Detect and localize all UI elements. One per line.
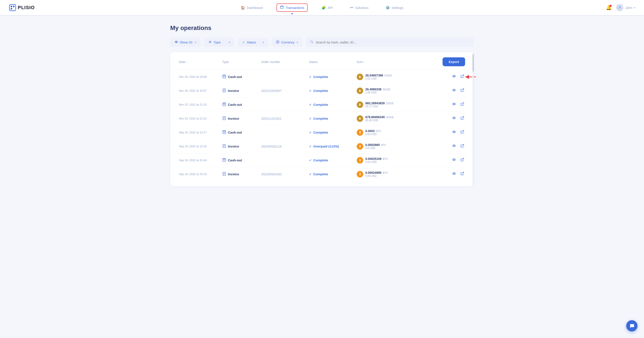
svg-point-5 <box>281 6 282 7</box>
table-row: Dec 26, 2022 at 18:58 Cash-out ✓ Complet… <box>176 70 468 84</box>
cell-type: Cash-out <box>222 75 261 79</box>
user-menu-button[interactable]: John ▾ <box>616 4 635 11</box>
bitcoin-icon: ₿ <box>276 40 280 44</box>
list-icon <box>208 40 212 44</box>
col-actions: Export <box>430 57 465 66</box>
cell-status: ✓ Complete <box>309 89 357 93</box>
cell-actions <box>430 101 465 108</box>
view-button[interactable] <box>451 143 457 150</box>
svg-point-18 <box>452 75 456 77</box>
svg-text:₿: ₿ <box>277 41 278 43</box>
sum-sort-icon[interactable]: ↕ <box>364 61 365 63</box>
header: PLISIO 🏠 Dashboard Transactions 🧩 API ••… <box>0 0 644 15</box>
cell-date: Sep 18, 2022 at 15:43 <box>179 173 222 176</box>
cell-date: Dec 26, 2022 at 18:58 <box>179 75 222 78</box>
svg-line-27 <box>462 89 464 90</box>
svg-point-41 <box>454 131 455 132</box>
svg-line-53 <box>462 158 464 160</box>
svg-rect-0 <box>10 5 16 11</box>
chat-button[interactable] <box>626 320 638 331</box>
cell-type: Cash-out <box>222 130 261 135</box>
open-button[interactable] <box>460 87 465 94</box>
view-button[interactable] <box>451 73 457 80</box>
logo[interactable]: PLISIO <box>9 4 35 12</box>
notifications-button[interactable]: 🔔 <box>606 5 612 11</box>
cell-actions <box>430 87 465 94</box>
view-button[interactable] <box>451 115 457 122</box>
scrollbar-thumb[interactable] <box>472 54 474 72</box>
view-button[interactable] <box>451 101 457 108</box>
col-order: Order number <box>261 60 309 64</box>
cell-sum: Ð 26.54007396 DOGE 2.01 USD <box>357 74 430 80</box>
svg-rect-2 <box>10 8 12 10</box>
cell-actions <box>430 73 465 80</box>
nav-settings[interactable]: ⚙️ Settings <box>382 4 406 11</box>
cell-status: ✓ Complete <box>309 158 357 162</box>
cell-sum: Ð 26.4080338 DOGE 2.00 USD <box>357 88 430 94</box>
scrollbar-track <box>472 52 474 186</box>
view-button[interactable] <box>451 129 457 136</box>
cell-type: Invoice <box>222 116 261 121</box>
nav-api[interactable]: 🧩 API <box>318 4 336 11</box>
solutions-icon: ••• <box>350 6 354 10</box>
open-button[interactable] <box>460 101 465 108</box>
open-button[interactable] <box>460 171 465 178</box>
export-button[interactable]: Export <box>442 57 465 66</box>
cell-sum: ₿ 0.00024985 BTC 5.00 USD <box>357 171 430 178</box>
cell-status: ✓ Complete <box>309 103 357 106</box>
cell-type: Invoice <box>222 144 261 149</box>
cell-order: 202209181343 <box>261 173 309 176</box>
svg-point-59 <box>454 173 455 174</box>
open-button[interactable] <box>460 129 465 136</box>
chevron-down-icon: ▾ <box>297 41 298 44</box>
view-button[interactable] <box>451 87 457 94</box>
table-row: Sep 19, 2022 at 13:17 Cash-out ✓ Complet… <box>176 125 468 139</box>
nav-solutions[interactable]: ••• Solutions <box>347 4 372 11</box>
svg-line-31 <box>462 103 464 104</box>
open-button[interactable] <box>460 157 465 163</box>
check-icon: ✓ <box>309 173 312 176</box>
currency-filter-button[interactable]: ₿ Currency ▾ <box>272 38 302 47</box>
svg-line-60 <box>462 172 464 174</box>
avatar <box>616 4 624 11</box>
show-filter-button[interactable]: Show 20 ▾ <box>170 38 200 47</box>
table-body: Dec 26, 2022 at 18:58 Cash-out ✓ Complet… <box>176 70 468 181</box>
chevron-down-icon: ▾ <box>634 6 635 9</box>
check-icon: ✓ <box>242 40 245 44</box>
search-filter[interactable] <box>306 38 474 47</box>
main-content: My operations Show 20 ▾ <box>159 16 485 195</box>
svg-point-48 <box>454 145 455 146</box>
nav-dashboard[interactable]: 🏠 Dashboard <box>238 4 266 11</box>
cell-actions <box>430 171 465 178</box>
svg-point-40 <box>452 131 456 133</box>
col-date: Date ↕ <box>179 60 222 64</box>
open-button[interactable] <box>460 143 465 150</box>
view-button[interactable] <box>451 171 457 178</box>
transactions-table: Date ↕ Type Order number Status Sum ↕ Ex… <box>170 52 474 186</box>
home-icon: 🏠 <box>241 6 245 10</box>
notification-badge <box>610 5 612 7</box>
svg-point-47 <box>452 145 456 147</box>
table-row: Sep 19, 2022 at 13:16 Invoice 2022091911… <box>176 139 468 153</box>
page-title: My operations <box>170 25 474 32</box>
status-filter-button[interactable]: ✓ Status ▾ <box>238 38 268 47</box>
table-row: Sep 18, 2022 at 15:44 Cash-out ✓ Complet… <box>176 153 468 167</box>
table-header: Date ↕ Type Order number Status Sum ↕ Ex… <box>176 57 468 70</box>
table-row: Sep 18, 2022 at 15:43 Invoice 2022091813… <box>176 167 468 181</box>
logo-text: PLISIO <box>18 5 35 11</box>
cell-type: Cash-out <box>222 102 261 107</box>
view-button[interactable] <box>451 157 457 163</box>
svg-point-6 <box>282 6 282 7</box>
open-button[interactable] <box>460 115 465 122</box>
search-input[interactable] <box>316 40 470 44</box>
svg-line-16 <box>312 42 313 43</box>
nav-transactions[interactable]: Transactions <box>277 4 308 12</box>
sort-icon[interactable]: ↕ <box>186 61 188 63</box>
api-icon: 🧩 <box>322 6 326 10</box>
cell-sum: ₿ 0.0002985 BTC 5.6 USD <box>357 143 430 150</box>
invoice-icon <box>222 144 226 149</box>
chevron-down-icon: ▾ <box>229 41 230 44</box>
type-filter-button[interactable]: Type ▾ <box>204 38 234 47</box>
cart-icon <box>222 158 226 163</box>
check-icon: ✓ <box>309 117 312 120</box>
